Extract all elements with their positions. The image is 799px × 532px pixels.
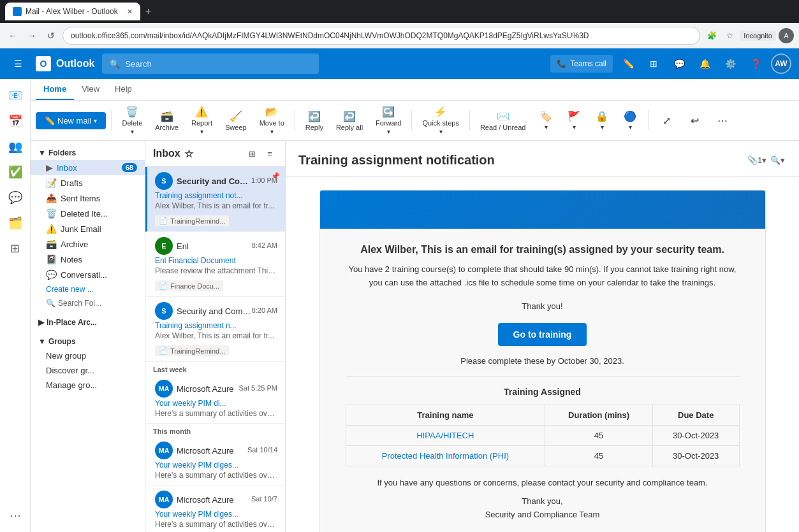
categories-dropdown-icon[interactable]: ▾ bbox=[629, 124, 632, 131]
categories-button[interactable]: 🔵 ▾ bbox=[617, 108, 643, 133]
close-tab-icon[interactable]: ✕ bbox=[127, 8, 133, 16]
folders-collapse-icon: ▼ bbox=[38, 148, 46, 157]
browser-tab[interactable]: Mail - Alex Wilber - Outlook ✕ bbox=[5, 3, 140, 20]
popout-button[interactable]: ⤢ bbox=[654, 112, 679, 129]
search-box[interactable]: 🔍 bbox=[102, 54, 319, 74]
hamburger-menu-icon[interactable]: ☰ bbox=[8, 54, 28, 74]
training-link-2[interactable]: Protected Health Information (PHI) bbox=[382, 451, 509, 461]
left-nav-more-icon[interactable]: ⋯ bbox=[4, 504, 27, 527]
quick-steps-button[interactable]: ⚡ Quick steps ▾ bbox=[417, 103, 464, 138]
list-item[interactable]: S Security and Compliance Te... 1:00 PM … bbox=[145, 167, 285, 232]
refresh-button[interactable]: ↺ bbox=[43, 28, 59, 43]
compose-icon[interactable]: ✏️ bbox=[618, 54, 638, 74]
reply-all-button[interactable]: ↩️ Reply all bbox=[331, 108, 368, 134]
flag-button[interactable]: 🚩 ▾ bbox=[561, 108, 587, 133]
reply-button[interactable]: ↩️ Reply bbox=[300, 108, 328, 134]
tab-view[interactable]: View bbox=[74, 79, 107, 100]
settings-icon[interactable]: ⚙️ bbox=[720, 54, 740, 74]
move-to-dropdown-icon[interactable]: ▾ bbox=[270, 128, 274, 135]
tag-button[interactable]: 🏷️ ▾ bbox=[533, 108, 559, 133]
flag-dropdown-icon[interactable]: ▾ bbox=[573, 124, 576, 131]
folder-junk[interactable]: ⚠️ Junk Email bbox=[31, 221, 145, 236]
url-bar[interactable] bbox=[62, 27, 700, 45]
list-item[interactable]: MA Microsoft Azure Sat 10/7 Your weekly … bbox=[145, 485, 285, 532]
groups-section-header[interactable]: ▼ Groups bbox=[31, 334, 145, 349]
list-item[interactable]: MA Microsoft Azure Sat 5:25 PM Your week… bbox=[145, 375, 285, 424]
group-discover[interactable]: Discover gr... bbox=[31, 363, 145, 378]
left-nav-files-icon[interactable]: 🗂️ bbox=[4, 212, 27, 234]
list-item[interactable]: E Enl 8:42 AM Enl Financial Document Ple… bbox=[145, 232, 285, 297]
archive-button[interactable]: 🗃️ Archive bbox=[150, 108, 184, 134]
left-nav-people-icon[interactable]: 👥 bbox=[4, 135, 27, 158]
folder-sent[interactable]: 📤 Sent Items bbox=[31, 191, 145, 206]
sensitivity-dropdown-icon[interactable]: ▾ bbox=[601, 124, 604, 131]
attachment-name: TrainingRemind... bbox=[170, 217, 225, 225]
report-dropdown-icon[interactable]: ▾ bbox=[200, 128, 203, 135]
teams-call-button[interactable]: 📞 Teams call bbox=[550, 55, 613, 73]
email-banner-content: Alex Wilber, This is an email for traini… bbox=[320, 229, 765, 532]
list-item[interactable]: MA Microsoft Azure Sat 10/14 Your weekly… bbox=[145, 436, 285, 485]
profile-avatar[interactable]: A bbox=[779, 28, 794, 43]
sort-icon[interactable]: ≡ bbox=[262, 146, 277, 161]
zoom-button[interactable]: 🔍 ▾ bbox=[768, 151, 786, 169]
email-attachment: 📄 TrainingRemind... bbox=[155, 345, 229, 356]
forward-ribbon-button[interactable]: ↪️ Forward ▾ bbox=[370, 103, 406, 138]
left-nav-calendar-icon[interactable]: 📅 bbox=[4, 110, 27, 133]
bell-icon[interactable]: 🔔 bbox=[694, 54, 715, 74]
group-new[interactable]: New group bbox=[31, 349, 145, 363]
zoom-icon: 🔍 bbox=[770, 155, 781, 165]
user-avatar[interactable]: AW bbox=[771, 54, 791, 74]
help-icon[interactable]: ❓ bbox=[745, 54, 766, 74]
new-tab-icon[interactable]: + bbox=[145, 6, 151, 17]
folder-inbox[interactable]: ▶ Inbox 68 bbox=[31, 160, 145, 175]
folder-conversation[interactable]: 💬 Conversati... bbox=[31, 267, 145, 282]
training-link-1[interactable]: HIPAA/HITECH bbox=[416, 431, 474, 440]
email-meta: Microsoft Azure Sat 10/14 bbox=[177, 446, 277, 456]
search-folders[interactable]: 🔍 Search Fol... bbox=[31, 296, 145, 310]
delete-button[interactable]: 🗑️ Delete ▾ bbox=[117, 103, 147, 138]
list-item[interactable]: S Security and Compliance T... 8:20 AM T… bbox=[145, 297, 285, 362]
attachment-count-button[interactable]: 📎 1 ▾ bbox=[748, 151, 766, 169]
left-nav-chat-icon[interactable]: 💬 bbox=[4, 186, 27, 209]
settings-expand-icon[interactable]: ⊞ bbox=[643, 54, 664, 74]
go-to-training-button[interactable]: Go to training bbox=[498, 323, 587, 346]
group-manage[interactable]: Manage gro... bbox=[31, 378, 145, 392]
bookmark-icon[interactable]: ☆ bbox=[722, 28, 737, 43]
archive-folder-icon: 🗃️ bbox=[46, 239, 57, 249]
tab-home[interactable]: Home bbox=[36, 79, 74, 100]
back-button[interactable]: ← bbox=[5, 28, 20, 43]
folder-drafts[interactable]: 📝 Drafts bbox=[31, 175, 145, 191]
move-to-button[interactable]: 📂 Move to ▾ bbox=[254, 103, 290, 138]
new-mail-button[interactable]: ✏️ New mail ▾ bbox=[36, 112, 106, 129]
folders-section-header[interactable]: ▼ Folders bbox=[31, 146, 145, 160]
left-nav-apps-icon[interactable]: ⊞ bbox=[4, 237, 27, 260]
read-unread-button[interactable]: ✉️ Read / Unread bbox=[475, 108, 531, 134]
inbox-star-icon[interactable]: ☆ bbox=[184, 148, 193, 160]
folder-notes[interactable]: 📓 Notes bbox=[31, 252, 145, 267]
sensitivity-button[interactable]: 🔒 ▾ bbox=[589, 108, 615, 133]
left-nav-mail-icon[interactable]: 📧 bbox=[4, 84, 27, 107]
sweep-button[interactable]: 🧹 Sweep bbox=[220, 108, 252, 134]
delete-dropdown-icon[interactable]: ▾ bbox=[131, 128, 134, 135]
forward-button[interactable]: → bbox=[24, 28, 40, 43]
email-content: Alex Wilber, This is an email for traini… bbox=[319, 190, 766, 532]
left-nav-tasks-icon[interactable]: ✅ bbox=[4, 161, 27, 183]
email-sender: Security and Compliance T... bbox=[177, 306, 252, 316]
tag-dropdown-icon[interactable]: ▾ bbox=[545, 124, 548, 131]
new-mail-dropdown-icon[interactable]: ▾ bbox=[94, 117, 97, 124]
undo-button[interactable]: ↩ bbox=[682, 112, 707, 129]
duration-2: 45 bbox=[545, 446, 653, 466]
report-button[interactable]: ⚠️ Report ▾ bbox=[186, 103, 217, 138]
feedback-icon[interactable]: 💬 bbox=[669, 54, 689, 74]
extensions-icon[interactable]: 🧩 bbox=[704, 28, 719, 43]
create-new-folder[interactable]: Create new ... bbox=[31, 282, 145, 296]
search-input[interactable] bbox=[125, 59, 311, 69]
forward-dropdown-icon[interactable]: ▾ bbox=[387, 128, 390, 135]
filter-icon[interactable]: ⊞ bbox=[244, 146, 260, 161]
quick-steps-dropdown-icon[interactable]: ▾ bbox=[439, 128, 443, 135]
in-place-archive-header[interactable]: ▶ In-Place Arc... bbox=[31, 315, 145, 329]
folder-archive[interactable]: 🗃️ Archive bbox=[31, 236, 145, 252]
tab-help[interactable]: Help bbox=[107, 79, 140, 100]
more-ribbon-button[interactable]: ⋯ bbox=[710, 112, 735, 129]
folder-deleted[interactable]: 🗑️ Deleted Ite... bbox=[31, 206, 145, 221]
